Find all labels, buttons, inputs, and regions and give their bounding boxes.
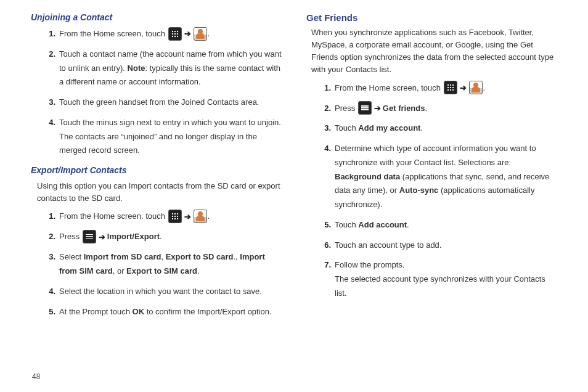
bold-text: Auto-sync (399, 186, 439, 195)
step-item: From the Home screen, touch ➔. (324, 81, 557, 96)
page-number: 48 (32, 372, 40, 381)
heading-export-import: Export/Import Contacts (31, 165, 282, 175)
step-item: From the Home screen, touch ➔. (48, 27, 282, 41)
arrow-icon: ➔ (99, 231, 105, 245)
bold-text: Add my account (358, 123, 420, 133)
step-item: Touch the minus sign next to entry in wh… (48, 116, 282, 158)
arrow-icon: ➔ (184, 210, 191, 224)
arrow-icon: ➔ (184, 27, 191, 41)
heading-unjoining: Unjoining a Contact (31, 12, 282, 22)
step-item: At the Prompt touch OK to confirm the Im… (48, 305, 282, 319)
bold-text: OK (133, 307, 145, 316)
apps-icon (168, 210, 182, 223)
step-item: Touch a contact name (the account name f… (48, 47, 282, 89)
menu-icon (83, 230, 96, 243)
manual-page: Unjoining a Contact From the Home screen… (0, 0, 588, 392)
step-item: Touch Add my account. (324, 121, 557, 136)
step-item: From the Home screen, touch ➔. (48, 210, 282, 224)
bold-text: Export to SD card (166, 252, 234, 261)
get-friends-intro: When you synchronize applications such a… (306, 27, 557, 76)
step-item: Press ➔Import/Export. (48, 230, 282, 244)
step-item: Select Import from SD card, Export to SD… (48, 250, 282, 279)
right-column: Get Friends When you synchronize applica… (306, 12, 557, 392)
bold-text: Get friends (383, 104, 425, 113)
bold-text: Add account (358, 220, 407, 229)
bold-text: Export to SIM card (126, 266, 197, 276)
step-item: Determine which type of account informat… (324, 142, 557, 212)
export-steps: From the Home screen, touch ➔.Press ➔Imp… (31, 210, 282, 319)
arrow-icon: ➔ (460, 81, 467, 96)
bold-text: Background data (335, 172, 400, 181)
contact-icon (194, 27, 207, 41)
export-intro: Using this option you can Import contact… (31, 180, 282, 205)
unjoining-steps: From the Home screen, touch ➔.Touch a co… (31, 27, 282, 158)
left-column: Unjoining a Contact From the Home screen… (31, 12, 282, 392)
step-item: Touch Add account. (324, 218, 557, 232)
contact-icon (194, 210, 207, 223)
bold-text: Import/Export (107, 232, 160, 241)
bold-text: Import from SD card (84, 252, 161, 261)
heading-get-friends: Get Friends (306, 12, 557, 23)
step-item: Press ➔Get friends. (324, 102, 557, 116)
step-item: Follow the prompts.The selected account … (324, 258, 557, 300)
bold-text: Note (128, 63, 145, 73)
contact-icon (469, 81, 483, 94)
apps-icon (444, 81, 457, 94)
apps-icon (168, 27, 182, 41)
get-friends-steps: From the Home screen, touch ➔.Press ➔Get… (306, 81, 557, 301)
step-item: Touch the green handset from the Joined … (48, 96, 282, 110)
arrow-icon: ➔ (374, 102, 381, 116)
menu-icon (358, 101, 372, 115)
step-item: Select the location in which you want th… (48, 285, 282, 299)
step-item: Touch an account type to add. (324, 239, 557, 253)
